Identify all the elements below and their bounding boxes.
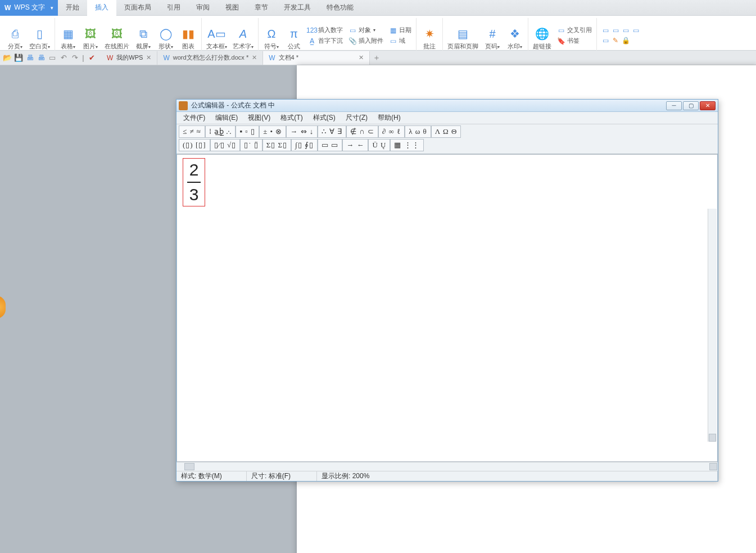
- insert-number-button[interactable]: 123插入数字: [308, 26, 343, 34]
- screenshot-button[interactable]: ⧉截屏▾: [135, 20, 152, 51]
- eq-palette-arrows[interactable]: → ⇔ ↓: [286, 125, 318, 138]
- misc-row2[interactable]: ▭✎🔒: [601, 37, 640, 44]
- eq-menu-size[interactable]: 尺寸(Z): [341, 112, 372, 124]
- eq-menu-file[interactable]: 文件(F): [179, 112, 210, 124]
- eq-status-style: 样式: 数学(M): [176, 471, 247, 481]
- minimize-button[interactable]: ─: [666, 101, 682, 110]
- eq-palette-misc[interactable]: ∂ ∞ ℓ: [378, 125, 405, 138]
- eq-template-integral[interactable]: ∫▯ ∮▯: [291, 139, 318, 151]
- eq-palette-greek-lower[interactable]: λ ω θ: [405, 125, 431, 138]
- qa-more-icon[interactable]: ▭: [47, 53, 57, 63]
- eq-template-matrix[interactable]: ▦ ⋮⋮: [390, 139, 423, 151]
- tab-insert[interactable]: 插入: [87, 0, 116, 16]
- table-icon: ▦: [61, 26, 75, 41]
- watermark-button[interactable]: ❖水印▾: [506, 20, 523, 51]
- close-button[interactable]: ✕: [700, 101, 716, 110]
- close-icon[interactable]: ✕: [252, 54, 257, 61]
- eq-template-frac[interactable]: ▯⁄▯ √▯: [210, 139, 241, 151]
- close-icon[interactable]: ✕: [359, 54, 364, 61]
- page-number-button[interactable]: #页码▾: [484, 20, 501, 51]
- online-pic-button[interactable]: 🖼在线图片: [105, 20, 129, 51]
- eq-numerator[interactable]: 2: [189, 160, 199, 179]
- crossref-button[interactable]: ▭交叉引用: [557, 26, 592, 34]
- picture-button[interactable]: 🖼图片▾: [82, 20, 99, 51]
- print-icon[interactable]: 🖶: [25, 53, 35, 63]
- maximize-button[interactable]: ▢: [683, 101, 699, 110]
- eq-menu-edit[interactable]: 编辑(E): [211, 112, 242, 124]
- preview-icon[interactable]: 🖶: [36, 53, 46, 63]
- drop-cap-button[interactable]: A̲首字下沉: [308, 37, 343, 45]
- blank-page-button[interactable]: ▯空白页▾: [29, 20, 50, 51]
- attachment-button[interactable]: 📎插入附件: [348, 37, 383, 45]
- tab-review[interactable]: 审阅: [188, 0, 218, 16]
- eq-menu-help[interactable]: 帮助(H): [373, 112, 405, 124]
- eq-fraction[interactable]: 2 3: [183, 158, 205, 206]
- eq-template-fences[interactable]: (▯) [▯]: [179, 139, 210, 151]
- add-tab-button[interactable]: ＋: [370, 53, 383, 63]
- eq-palette-relations[interactable]: ≤ ≠ ≈: [179, 125, 205, 138]
- ribbon-group-headerfooter: ▤页眉和页脚 #页码▾ ❖水印▾: [443, 18, 528, 51]
- eq-template-accents[interactable]: Ū Ų: [368, 139, 390, 151]
- eq-menu-view[interactable]: 视图(V): [243, 112, 275, 124]
- eq-palette-set[interactable]: ∉ ∩ ⊂: [346, 125, 378, 138]
- eq-titlebar[interactable]: 公式编辑器 - 公式在 文档 中 ─ ▢ ✕: [176, 100, 718, 112]
- bookmark-button[interactable]: 🔖书签: [557, 37, 592, 45]
- tab-layout[interactable]: 页面布局: [116, 0, 159, 16]
- save-icon[interactable]: 💾: [13, 53, 24, 63]
- equation-button[interactable]: π公式: [286, 20, 302, 51]
- date-button[interactable]: ▦日期: [389, 26, 411, 34]
- field-button[interactable]: ▭域: [389, 37, 411, 45]
- doctab-doc2[interactable]: W 文档4 * ✕: [263, 51, 370, 65]
- eq-denominator[interactable]: 3: [189, 185, 199, 204]
- eq-menu-format[interactable]: 格式(T): [276, 112, 307, 124]
- eq-canvas[interactable]: 2 3: [176, 154, 718, 462]
- eq-menu-style[interactable]: 样式(S): [309, 112, 340, 124]
- tab-special[interactable]: 特色功能: [319, 0, 361, 16]
- app-dropdown-icon[interactable]: ▾: [51, 5, 53, 11]
- shapes-button[interactable]: ◯形状▾: [157, 20, 174, 51]
- eq-hscrollbar[interactable]: [176, 462, 718, 471]
- equation-editor-window: 公式编辑器 - 公式在 文档 中 ─ ▢ ✕ 文件(F) 编辑(E) 视图(V)…: [176, 99, 718, 482]
- close-icon[interactable]: ✕: [146, 54, 151, 61]
- tab-section[interactable]: 章节: [247, 0, 276, 16]
- symbol-button[interactable]: Ω符号▾: [263, 20, 280, 51]
- online-pic-icon: 🖼: [110, 26, 124, 41]
- undo-icon[interactable]: ↶: [58, 53, 69, 63]
- qa-check-icon[interactable]: ✔: [87, 53, 97, 63]
- eq-vscrollbar[interactable]: [708, 209, 717, 442]
- eq-palette-spaces[interactable]: ▪ ▫ ▯: [236, 125, 259, 138]
- app-title[interactable]: W WPS 文字 ▾: [0, 0, 58, 16]
- table-button[interactable]: ▦表格▾: [60, 20, 76, 51]
- doctab-mywps[interactable]: W 我的WPS ✕: [101, 51, 157, 65]
- eq-palette-greek-upper[interactable]: Λ Ω Θ: [431, 125, 461, 138]
- eq-palette-operators[interactable]: ± • ⊗: [259, 125, 286, 138]
- tab-view[interactable]: 视图: [218, 0, 247, 16]
- tab-reference[interactable]: 引用: [159, 0, 188, 16]
- eq-palette-embellish[interactable]: ⁞ a͟b̲ ⸫: [205, 125, 236, 138]
- doctab-doc1[interactable]: W word文档怎么打分数.docx * ✕: [157, 51, 263, 65]
- eq-template-overbar[interactable]: ▭ ▭: [318, 139, 342, 151]
- watermark-icon: ❖: [508, 26, 522, 41]
- qa-sep: |: [81, 53, 85, 63]
- eq-template-sum[interactable]: Σ▯ Σ▯: [262, 139, 291, 151]
- scroll-thumb[interactable]: [184, 463, 194, 470]
- redo-icon[interactable]: ↷: [70, 53, 80, 63]
- comment-button[interactable]: ✷批注: [421, 20, 438, 51]
- scroll-down-icon[interactable]: [709, 434, 716, 442]
- misc-row1[interactable]: ▭▭▭▭: [601, 26, 640, 34]
- eq-template-subsup[interactable]: ▯˙ ▯̈: [240, 139, 262, 151]
- open-icon[interactable]: 📂: [2, 53, 12, 63]
- hyperlink-button[interactable]: 🌐超链接: [533, 20, 551, 51]
- wordart-button[interactable]: A艺术字▾: [233, 20, 253, 51]
- textbox-button[interactable]: A▭文本框▾: [206, 20, 227, 51]
- object-button[interactable]: ▭对象▾: [348, 26, 383, 34]
- tab-developer[interactable]: 开发工具: [276, 0, 319, 16]
- eq-template-arrows[interactable]: → ←: [342, 139, 368, 151]
- side-handle-icon[interactable]: [0, 296, 6, 318]
- tab-start[interactable]: 开始: [58, 0, 87, 16]
- scroll-right-icon[interactable]: [709, 463, 717, 470]
- eq-palette-logic[interactable]: ∴ ∀ ∃: [318, 125, 346, 138]
- page-break-button[interactable]: ⎙分页▾: [7, 20, 24, 51]
- chart-button[interactable]: ▮▮图表: [180, 20, 197, 51]
- header-footer-button[interactable]: ▤页眉和页脚: [447, 20, 478, 51]
